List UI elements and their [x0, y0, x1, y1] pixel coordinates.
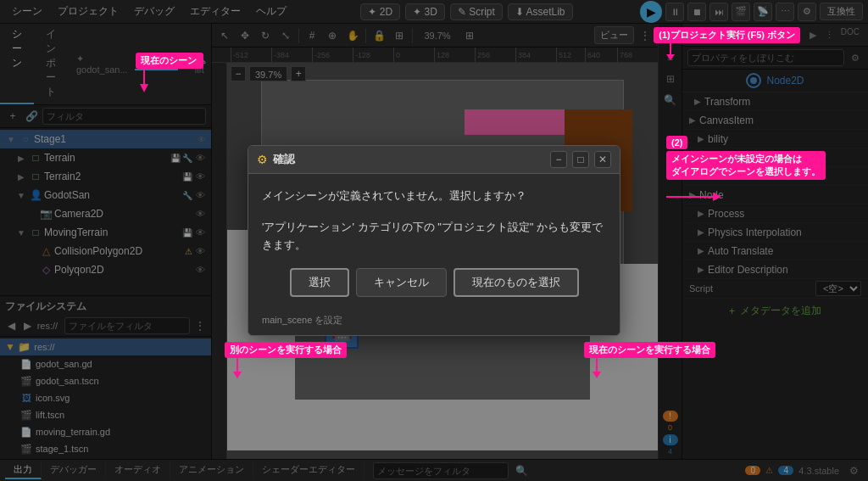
- dialog-icon: ⚙: [257, 153, 268, 166]
- dialog-body: メインシーンが定義されていません。選択しますか？ 'アプリケーション' カテゴリ…: [248, 174, 620, 310]
- dialog-text-line2: 'アプリケーション' カテゴリの下の "プロジェクト設定" からも変更できます。: [262, 219, 606, 254]
- dialog-buttons: 選択 キャンセル 現在のものを選択: [262, 268, 606, 297]
- dialog-cancel-button[interactable]: キャンセル: [356, 268, 447, 297]
- dialog-text-line1: メインシーンが定義されていません。選択しますか？: [262, 187, 606, 205]
- dialog-current-button[interactable]: 現在のものを選択: [453, 268, 579, 297]
- dialog-close[interactable]: ✕: [594, 151, 611, 168]
- dialog-title: 確認: [273, 152, 545, 167]
- dialog-maximize[interactable]: □: [572, 151, 589, 168]
- dialog-overlay: ⚙ 確認 − □ ✕ メインシーンが定義されていません。選択しますか？ 'アプリ…: [0, 0, 868, 481]
- dialog-select-button[interactable]: 選択: [290, 268, 349, 297]
- dialog: ⚙ 確認 − □ ✕ メインシーンが定義されていません。選択しますか？ 'アプリ…: [248, 145, 620, 335]
- dialog-minimize[interactable]: −: [550, 151, 567, 168]
- dialog-footer: main_scene を設定: [248, 310, 620, 335]
- dialog-titlebar: ⚙ 確認 − □ ✕: [248, 146, 620, 174]
